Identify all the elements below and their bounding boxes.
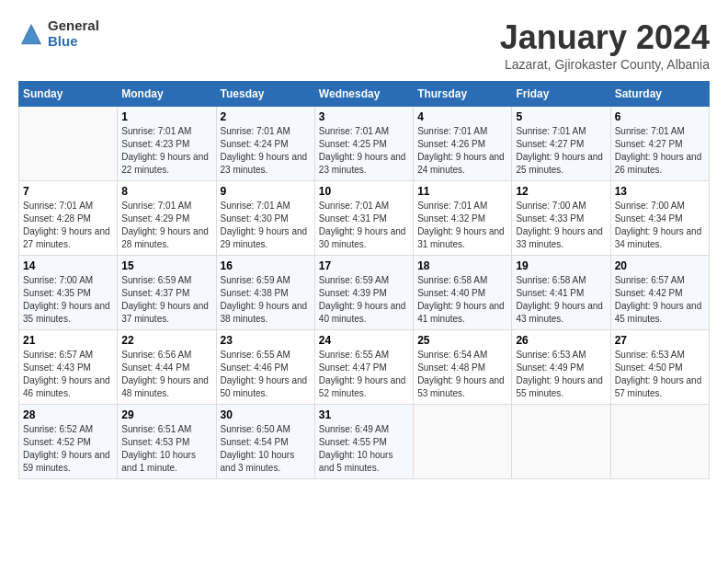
day-number: 2 (221, 110, 311, 123)
header-cell-thursday: Thursday (414, 82, 512, 107)
day-cell: 21 Sunrise: 6:57 AMSunset: 4:43 PMDaylig… (19, 330, 118, 405)
day-cell: 12 Sunrise: 7:00 AMSunset: 4:33 PMDaylig… (512, 181, 610, 256)
day-info: Sunrise: 7:01 AMSunset: 4:31 PMDaylight:… (319, 201, 406, 249)
day-number: 31 (319, 408, 409, 421)
day-cell: 25 Sunrise: 6:54 AMSunset: 4:48 PMDaylig… (414, 330, 512, 405)
day-number: 1 (121, 110, 211, 123)
calendar-subtitle: Lazarat, Gjirokaster County, Albania (500, 57, 710, 72)
day-info: Sunrise: 7:01 AMSunset: 4:30 PMDaylight:… (221, 201, 308, 249)
day-info: Sunrise: 6:54 AMSunset: 4:48 PMDaylight:… (417, 350, 505, 398)
day-info: Sunrise: 6:51 AMSunset: 4:53 PMDaylight:… (121, 424, 196, 473)
week-row-1: 1 Sunrise: 7:01 AMSunset: 4:23 PMDayligh… (19, 107, 710, 181)
day-number: 5 (516, 110, 606, 123)
day-info: Sunrise: 6:56 AMSunset: 4:44 PMDaylight:… (121, 350, 209, 398)
day-cell (610, 405, 709, 479)
day-number: 3 (319, 110, 409, 123)
day-cell: 1 Sunrise: 7:01 AMSunset: 4:23 PMDayligh… (118, 107, 216, 181)
day-cell: 5 Sunrise: 7:01 AMSunset: 4:27 PMDayligh… (512, 107, 610, 181)
day-cell: 29 Sunrise: 6:51 AMSunset: 4:53 PMDaylig… (118, 405, 216, 479)
day-info: Sunrise: 6:49 AMSunset: 4:55 PMDaylight:… (319, 424, 393, 473)
day-info: Sunrise: 7:01 AMSunset: 4:28 PMDaylight:… (23, 201, 110, 249)
day-cell: 8 Sunrise: 7:01 AMSunset: 4:29 PMDayligh… (118, 181, 216, 256)
day-cell: 19 Sunrise: 6:58 AMSunset: 4:41 PMDaylig… (512, 256, 610, 330)
day-info: Sunrise: 6:57 AMSunset: 4:42 PMDaylight:… (615, 275, 702, 324)
day-number: 19 (516, 259, 606, 272)
logo: General Blue (18, 18, 99, 49)
day-info: Sunrise: 6:55 AMSunset: 4:47 PMDaylight:… (319, 350, 406, 398)
day-number: 14 (23, 259, 113, 272)
title-area: January 2024 Lazarat, Gjirokaster County… (500, 18, 710, 72)
logo-blue-text: Blue (48, 34, 99, 50)
day-number: 29 (121, 408, 211, 421)
day-cell: 30 Sunrise: 6:50 AMSunset: 4:54 PMDaylig… (216, 405, 314, 479)
day-number: 20 (615, 259, 705, 272)
day-info: Sunrise: 6:52 AMSunset: 4:52 PMDaylight:… (23, 424, 110, 473)
day-cell: 9 Sunrise: 7:01 AMSunset: 4:30 PMDayligh… (216, 181, 314, 256)
day-number: 30 (221, 408, 311, 421)
day-info: Sunrise: 7:01 AMSunset: 4:25 PMDaylight:… (319, 126, 406, 175)
day-info: Sunrise: 7:01 AMSunset: 4:24 PMDaylight:… (221, 126, 308, 175)
day-number: 27 (615, 334, 705, 347)
day-number: 23 (221, 334, 311, 347)
day-info: Sunrise: 6:55 AMSunset: 4:46 PMDaylight:… (221, 350, 308, 398)
day-cell: 3 Sunrise: 7:01 AMSunset: 4:25 PMDayligh… (314, 107, 413, 181)
day-info: Sunrise: 7:00 AMSunset: 4:35 PMDaylight:… (23, 275, 110, 324)
logo-text: General Blue (48, 18, 99, 49)
day-cell: 6 Sunrise: 7:01 AMSunset: 4:27 PMDayligh… (610, 107, 709, 181)
day-number: 25 (417, 334, 507, 347)
day-cell: 2 Sunrise: 7:01 AMSunset: 4:24 PMDayligh… (216, 107, 314, 181)
day-cell: 18 Sunrise: 6:58 AMSunset: 4:40 PMDaylig… (414, 256, 512, 330)
day-cell: 27 Sunrise: 6:53 AMSunset: 4:50 PMDaylig… (610, 330, 709, 405)
header-row: SundayMondayTuesdayWednesdayThursdayFrid… (19, 82, 710, 107)
logo-icon (18, 21, 44, 47)
day-cell: 17 Sunrise: 6:59 AMSunset: 4:39 PMDaylig… (314, 256, 413, 330)
day-info: Sunrise: 6:59 AMSunset: 4:38 PMDaylight:… (221, 275, 308, 324)
day-cell: 15 Sunrise: 6:59 AMSunset: 4:37 PMDaylig… (118, 256, 216, 330)
day-info: Sunrise: 7:01 AMSunset: 4:32 PMDaylight:… (417, 201, 505, 249)
day-cell: 16 Sunrise: 6:59 AMSunset: 4:38 PMDaylig… (216, 256, 314, 330)
day-number: 10 (319, 185, 409, 198)
day-info: Sunrise: 7:01 AMSunset: 4:27 PMDaylight:… (516, 126, 603, 175)
day-number: 7 (23, 185, 113, 198)
week-row-3: 14 Sunrise: 7:00 AMSunset: 4:35 PMDaylig… (19, 256, 710, 330)
day-number: 18 (417, 259, 507, 272)
day-info: Sunrise: 6:59 AMSunset: 4:37 PMDaylight:… (121, 275, 209, 324)
day-info: Sunrise: 6:57 AMSunset: 4:43 PMDaylight:… (23, 350, 110, 398)
logo-general-text: General (48, 18, 99, 34)
day-number: 9 (221, 185, 311, 198)
day-cell (414, 405, 512, 479)
header-cell-wednesday: Wednesday (314, 82, 413, 107)
day-cell: 26 Sunrise: 6:53 AMSunset: 4:49 PMDaylig… (512, 330, 610, 405)
header-cell-saturday: Saturday (610, 82, 709, 107)
header-cell-friday: Friday (512, 82, 610, 107)
header-cell-tuesday: Tuesday (216, 82, 314, 107)
header-cell-sunday: Sunday (19, 82, 118, 107)
day-number: 8 (121, 185, 211, 198)
day-info: Sunrise: 6:50 AMSunset: 4:54 PMDaylight:… (221, 424, 295, 473)
day-number: 24 (319, 334, 409, 347)
day-info: Sunrise: 6:53 AMSunset: 4:50 PMDaylight:… (615, 350, 702, 398)
day-number: 11 (417, 185, 507, 198)
day-number: 28 (23, 408, 113, 421)
day-cell: 23 Sunrise: 6:55 AMSunset: 4:46 PMDaylig… (216, 330, 314, 405)
day-cell: 24 Sunrise: 6:55 AMSunset: 4:47 PMDaylig… (314, 330, 413, 405)
day-cell (19, 107, 118, 181)
week-row-5: 28 Sunrise: 6:52 AMSunset: 4:52 PMDaylig… (19, 405, 710, 479)
day-info: Sunrise: 6:58 AMSunset: 4:40 PMDaylight:… (417, 275, 505, 324)
day-cell: 10 Sunrise: 7:01 AMSunset: 4:31 PMDaylig… (314, 181, 413, 256)
day-number: 4 (417, 110, 507, 123)
day-info: Sunrise: 7:00 AMSunset: 4:33 PMDaylight:… (516, 201, 603, 249)
day-number: 6 (615, 110, 705, 123)
week-row-4: 21 Sunrise: 6:57 AMSunset: 4:43 PMDaylig… (19, 330, 710, 405)
day-info: Sunrise: 7:00 AMSunset: 4:34 PMDaylight:… (615, 201, 702, 249)
calendar-title: January 2024 (500, 18, 710, 57)
day-number: 17 (319, 259, 409, 272)
header-cell-monday: Monday (118, 82, 216, 107)
page-header: General Blue January 2024 Lazarat, Gjiro… (18, 18, 710, 72)
day-cell: 20 Sunrise: 6:57 AMSunset: 4:42 PMDaylig… (610, 256, 709, 330)
day-cell: 7 Sunrise: 7:01 AMSunset: 4:28 PMDayligh… (19, 181, 118, 256)
day-cell: 11 Sunrise: 7:01 AMSunset: 4:32 PMDaylig… (414, 181, 512, 256)
day-info: Sunrise: 6:53 AMSunset: 4:49 PMDaylight:… (516, 350, 603, 398)
day-info: Sunrise: 6:59 AMSunset: 4:39 PMDaylight:… (319, 275, 406, 324)
day-info: Sunrise: 7:01 AMSunset: 4:26 PMDaylight:… (417, 126, 505, 175)
